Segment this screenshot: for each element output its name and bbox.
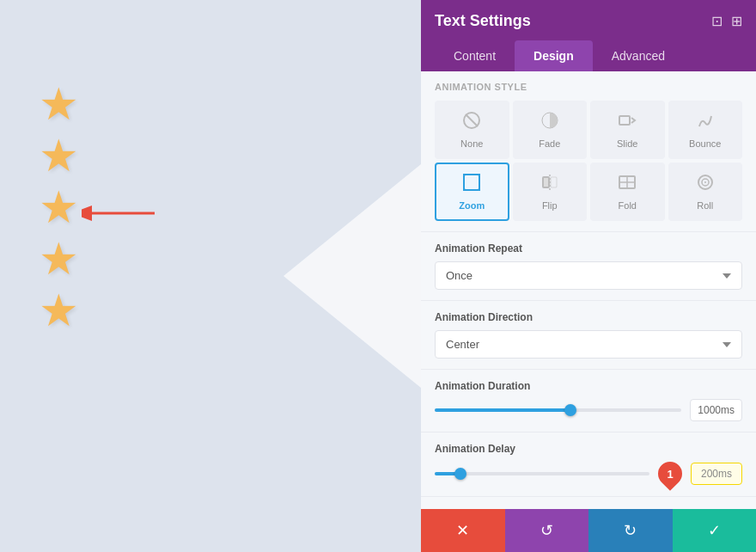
stars-preview: ★ ★ ★ ★ ★ xyxy=(39,82,79,333)
bottom-toolbar: ✕ ↺ ↻ ✓ xyxy=(421,509,756,552)
anim-flip-label: Flip xyxy=(542,200,558,211)
panel-body: Animation Style None Fade xyxy=(421,71,756,509)
anim-zoom-label: Zoom xyxy=(459,200,485,211)
none-icon xyxy=(462,111,481,135)
triangle-decoration xyxy=(284,164,421,388)
anim-flip[interactable]: Flip xyxy=(513,163,588,221)
settings-panel: Text Settings ⊡ ⊞ Content Design Advance… xyxy=(421,0,756,552)
arrow-indicator xyxy=(82,198,159,231)
animation-repeat-select[interactable]: Once Loop Infinite xyxy=(435,261,742,290)
tab-design[interactable]: Design xyxy=(515,40,593,71)
preview-panel: ★ ★ ★ ★ ★ xyxy=(0,0,421,552)
animation-delay-slider-row: 1 200ms xyxy=(435,462,742,486)
anim-slide-label: Slide xyxy=(617,138,637,149)
animation-delay-value: 200ms xyxy=(691,463,742,485)
undo-button[interactable]: ↺ xyxy=(505,509,589,552)
svg-point-15 xyxy=(704,181,706,183)
animation-duration-title: Animation Duration xyxy=(435,380,742,392)
animation-duration-slider-row: 1000ms xyxy=(435,399,742,421)
panel-title-icons: ⊡ ⊞ xyxy=(711,13,742,29)
settings-icon[interactable]: ⊞ xyxy=(731,13,742,29)
tooltip-badge-number: 1 xyxy=(667,468,673,481)
animation-duration-value: 1000ms xyxy=(690,399,742,421)
svg-rect-8 xyxy=(551,177,557,187)
animation-direction-section: Animation Direction Center Top Right Bot… xyxy=(421,300,756,369)
animation-direction-title: Animation Direction xyxy=(435,311,742,323)
panel-title-row: Text Settings ⊡ ⊞ xyxy=(435,12,742,30)
zoom-icon xyxy=(462,173,481,197)
animation-repeat-section: Animation Repeat Once Loop Infinite xyxy=(421,231,756,300)
flip-icon xyxy=(540,173,559,197)
cancel-button[interactable]: ✕ xyxy=(421,509,505,552)
svg-rect-7 xyxy=(543,177,549,187)
svg-rect-6 xyxy=(464,175,479,190)
redo-button[interactable]: ↻ xyxy=(588,509,673,552)
svg-rect-5 xyxy=(619,116,630,125)
fold-icon xyxy=(618,173,637,197)
save-button[interactable]: ✓ xyxy=(673,509,757,552)
animation-direction-select[interactable]: Center Top Right Bottom Left xyxy=(435,330,742,359)
tooltip-badge: 1 xyxy=(653,457,687,491)
bounce-icon xyxy=(696,111,715,135)
star-3: ★ xyxy=(39,185,79,230)
star-1: ★ xyxy=(39,82,79,126)
fit-icon[interactable]: ⊡ xyxy=(711,13,722,29)
anim-zoom[interactable]: Zoom xyxy=(435,163,509,221)
anim-fold-label: Fold xyxy=(619,200,637,211)
animation-style-label: Animation Style xyxy=(421,71,756,97)
animation-repeat-title: Animation Repeat xyxy=(435,242,742,255)
animation-style-grid: None Fade xyxy=(421,97,756,231)
panel-title: Text Settings xyxy=(435,12,531,30)
star-4: ★ xyxy=(39,236,79,281)
tab-advanced[interactable]: Advanced xyxy=(593,40,684,71)
anim-none-label: None xyxy=(460,138,483,149)
animation-delay-title: Animation Delay xyxy=(435,443,742,455)
anim-fade[interactable]: Fade xyxy=(513,101,588,159)
panel-header: Text Settings ⊡ ⊞ Content Design Advance… xyxy=(421,0,756,71)
slide-icon xyxy=(618,111,637,135)
anim-fade-label: Fade xyxy=(539,138,560,149)
anim-bounce-label: Bounce xyxy=(689,138,721,149)
animation-duration-track[interactable] xyxy=(435,408,681,412)
svg-line-3 xyxy=(466,114,478,126)
tabs: Content Design Advanced xyxy=(435,40,742,71)
anim-slide[interactable]: Slide xyxy=(590,101,665,159)
anim-roll[interactable]: Roll xyxy=(668,163,743,221)
animation-delay-track[interactable] xyxy=(435,472,649,475)
star-5: ★ xyxy=(39,288,79,333)
anim-roll-label: Roll xyxy=(697,200,713,211)
tab-content[interactable]: Content xyxy=(435,40,515,71)
anim-bounce[interactable]: Bounce xyxy=(668,101,743,159)
fade-icon xyxy=(540,111,559,135)
animation-duration-section: Animation Duration 1000ms xyxy=(421,369,756,432)
animation-intensity-section: Animation Intensity xyxy=(421,496,756,509)
star-2: ★ xyxy=(39,133,79,178)
anim-none[interactable]: None xyxy=(435,101,509,159)
roll-icon xyxy=(696,173,715,197)
animation-delay-section: Animation Delay 1 200ms xyxy=(421,432,756,496)
anim-fold[interactable]: Fold xyxy=(590,163,665,221)
